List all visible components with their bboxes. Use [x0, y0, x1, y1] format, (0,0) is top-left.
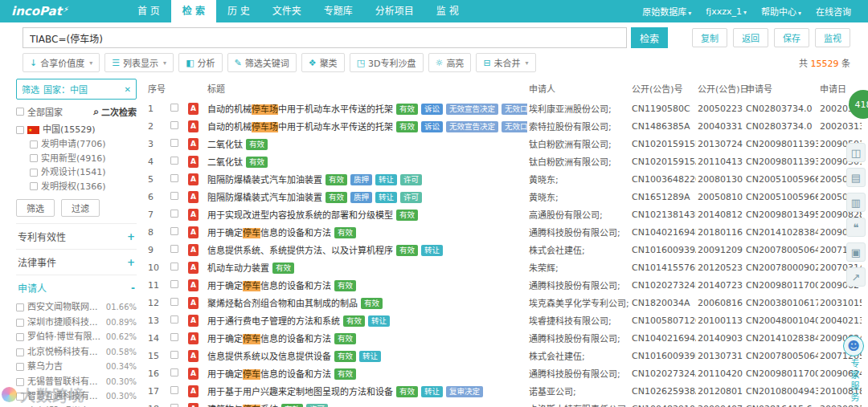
row-checkbox[interactable] [170, 139, 178, 147]
sidebar-section-collapsed[interactable]: 法律事件+ [16, 249, 137, 275]
quote-icon[interactable]: ❝ [846, 218, 866, 237]
patent-title-link[interactable]: 信息提供系统以及信息提供设备 [207, 352, 331, 362]
search-button[interactable]: 检索 [631, 27, 668, 48]
pdf-icon[interactable]: A [188, 191, 199, 203]
pdf-icon[interactable]: A [188, 156, 199, 168]
applicant-name[interactable]: 西安文闻物联网... [27, 300, 98, 315]
applicant-checkbox[interactable] [16, 303, 24, 311]
toolbar-button[interactable]: ◳3D专利沙盘 [350, 53, 424, 72]
applicant-name[interactable]: 罗伯特·博世有限... [27, 330, 100, 345]
status-tag[interactable]: 有效 [326, 192, 347, 203]
patent-title-link[interactable]: 用于基于用户兴趣来定制地图呈现的方法和设备 [207, 387, 393, 397]
status-tag[interactable]: 转让 [375, 192, 397, 203]
pdf-icon[interactable]: A [188, 368, 199, 380]
pdf-icon[interactable]: A [188, 315, 199, 327]
row-checkbox[interactable] [170, 315, 178, 324]
pdf-icon[interactable]: A [188, 244, 199, 256]
nav-item[interactable]: 文件夹 [261, 0, 313, 22]
pdf-icon[interactable]: A [188, 385, 199, 397]
nav-right-item[interactable]: 原始数据库▾ [635, 5, 698, 18]
patent-title-link[interactable]: 用于确定停车信息的设备和方法 [207, 228, 331, 238]
row-checkbox[interactable] [170, 368, 178, 376]
pdf-icon[interactable]: A [188, 403, 199, 407]
share-icon[interactable]: ↗ [846, 267, 866, 287]
status-tag[interactable]: 有效 [396, 245, 418, 256]
row-checkbox[interactable] [170, 192, 178, 200]
row-checkbox[interactable] [170, 104, 178, 112]
status-tag[interactable]: 质押 [350, 174, 372, 185]
status-tag[interactable]: 有效 [334, 280, 356, 291]
tree-root-china[interactable]: 中国(15529) [16, 123, 137, 137]
applicant-name[interactable]: 蔡乌力吉 [27, 360, 63, 375]
status-tag[interactable]: 转让 [421, 245, 443, 256]
toolbar-button[interactable]: ✎筛选关键词 [227, 53, 297, 72]
status-tag[interactable]: 有效 [343, 315, 365, 327]
expert-service-button[interactable]: ☻ 专家服务 [841, 336, 866, 404]
status-tag[interactable]: 有效 [334, 368, 356, 380]
row-checkbox[interactable] [170, 298, 178, 306]
row-checkbox[interactable] [170, 386, 178, 394]
search-action-button[interactable]: 复制 [692, 28, 727, 47]
pdf-icon[interactable]: A [188, 103, 199, 115]
applicant-checkbox[interactable] [16, 319, 24, 327]
row-checkbox[interactable] [170, 280, 178, 288]
toolbar-button[interactable]: ⊟未合并▾ [476, 53, 535, 72]
pdf-export-icon[interactable]: ▤ [846, 168, 866, 187]
pdf-icon[interactable]: A [188, 226, 199, 238]
status-tag[interactable]: 无效口审 [502, 104, 527, 115]
row-checkbox[interactable] [170, 404, 178, 407]
tree-child-item[interactable]: 实用新型(4916) [30, 152, 137, 166]
status-tag[interactable]: 诉讼 [421, 121, 443, 132]
status-tag[interactable]: 有效 [396, 210, 418, 221]
nav-item[interactable]: 检 索 [171, 0, 216, 22]
applicant-checkbox[interactable] [16, 363, 24, 371]
all-countries-option[interactable]: 全部国家 [16, 105, 63, 118]
status-tag[interactable]: 无效口审 [502, 121, 527, 132]
pdf-icon[interactable]: A [188, 209, 199, 221]
nav-item[interactable]: 首 页 [126, 0, 171, 22]
nav-right-item[interactable]: 在线咨询 [809, 5, 858, 18]
status-tag[interactable]: 有效 [396, 121, 418, 132]
status-tag[interactable]: 许可 [400, 192, 422, 203]
tree-root-checkbox[interactable] [16, 126, 24, 134]
exclude-filter-button[interactable]: 过滤 [61, 199, 100, 217]
patent-title-link[interactable]: 二氧化钛 [207, 157, 243, 168]
patent-title-link[interactable]: 用于确定停车信息的设备和方法 [207, 334, 331, 344]
status-tag[interactable]: 转让 [359, 351, 381, 362]
applicant-checkbox[interactable] [16, 333, 24, 341]
search-input[interactable] [23, 27, 627, 48]
nav-item[interactable]: 专题库 [313, 0, 364, 22]
expand-toggle-icon[interactable]: - [131, 283, 135, 294]
applicant-name[interactable]: 广东朝阳现光电技... [27, 405, 103, 407]
toolbar-button[interactable]: ↓合享价值度▾ [23, 53, 100, 72]
nav-item[interactable]: 监 视 [425, 0, 470, 22]
applicant-checkbox[interactable] [16, 348, 24, 356]
patent-title-link[interactable]: 聚烯烃黏合剂组合物和由其制成的制品 [207, 299, 358, 309]
tree-child-checkbox[interactable] [30, 140, 38, 149]
tree-child-item[interactable]: 外观设计(1541) [30, 165, 137, 180]
status-tag[interactable]: 有效 [281, 404, 303, 407]
pdf-icon[interactable]: A [188, 297, 199, 309]
report-icon[interactable]: ▥ [846, 193, 866, 212]
toolbar-button[interactable]: ◧分析 [178, 53, 222, 72]
patent-title-link[interactable]: 阻隔防爆橇装式汽车加油装置 [207, 175, 322, 185]
pdf-icon[interactable]: A [188, 279, 199, 291]
sidebar-section-expanded[interactable]: 申请人- [16, 275, 137, 300]
status-tag[interactable]: 诉讼 [421, 104, 443, 115]
search-action-button[interactable]: 返回 [733, 28, 768, 47]
patent-title-link[interactable]: 用于通行费电子管理的方法和系统 [207, 316, 340, 327]
apply-filter-button[interactable]: 筛选 [16, 199, 55, 217]
expand-toggle-icon[interactable]: + [127, 257, 135, 268]
toolbar-button[interactable]: ❖聚类 [301, 53, 345, 72]
toolbar-button[interactable]: ☼高亮 [428, 53, 472, 72]
sidebar-section-collapsed[interactable]: 专利有效性+ [16, 223, 137, 249]
applicant-name[interactable]: 智慧互通科技有... [27, 389, 98, 405]
pdf-icon[interactable]: A [188, 120, 199, 132]
status-tag[interactable]: 许可 [306, 404, 328, 407]
row-checkbox[interactable] [170, 263, 178, 271]
status-tag[interactable]: 有效 [334, 333, 356, 344]
nav-item[interactable]: 历 史 [216, 0, 261, 22]
row-checkbox[interactable] [170, 245, 178, 253]
tree-child-checkbox[interactable] [30, 154, 38, 162]
toolbar-button[interactable]: ☰列表显示▾ [104, 53, 174, 72]
